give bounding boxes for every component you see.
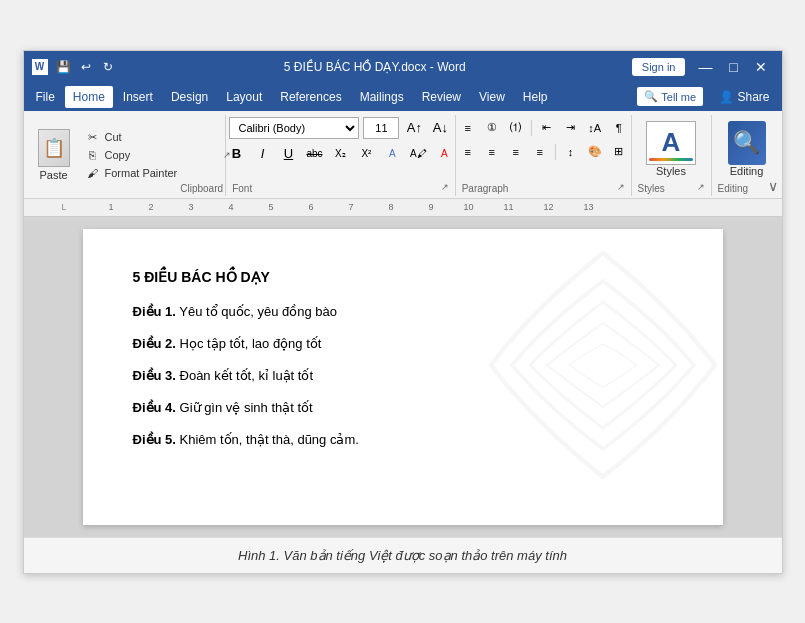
menu-layout[interactable]: Layout bbox=[218, 86, 270, 108]
figure-caption: Hình 1. Văn bản tiếng Việt được soạn thả… bbox=[24, 537, 782, 573]
align-center-button[interactable]: ≡ bbox=[481, 141, 503, 163]
line4-bold: Điều 4. bbox=[133, 400, 176, 415]
clipboard-group: 📋 Paste ✂ Cut ⎘ Copy 🖌 Format Painter bbox=[28, 115, 227, 196]
save-btn[interactable]: 💾 bbox=[54, 57, 74, 77]
text-effects-button[interactable]: A bbox=[381, 143, 403, 165]
menu-review[interactable]: Review bbox=[414, 86, 469, 108]
strikethrough-button[interactable]: abc bbox=[303, 143, 325, 165]
watermark bbox=[463, 229, 723, 505]
format-painter-icon: 🖌 bbox=[85, 166, 101, 180]
scissors-icon: ✂ bbox=[85, 130, 101, 144]
document-area: 5 ĐIỀU BÁC HỒ DẠY Điều 1. Yêu tổ quốc, y… bbox=[24, 217, 782, 537]
document-page[interactable]: 5 ĐIỀU BÁC HỒ DẠY Điều 1. Yêu tổ quốc, y… bbox=[83, 229, 723, 525]
numbering-button[interactable]: ① bbox=[481, 117, 503, 139]
underline-button[interactable]: U bbox=[277, 143, 299, 165]
redo-btn[interactable]: ↻ bbox=[98, 57, 118, 77]
word-icon: W bbox=[32, 59, 48, 75]
borders-button[interactable]: ⊞ bbox=[608, 141, 630, 163]
line3-bold: Điều 3. bbox=[133, 368, 176, 383]
line5-normal: Khiêm tốn, thật thà, dũng cảm. bbox=[180, 432, 359, 447]
line2-bold: Điều 2. bbox=[133, 336, 176, 351]
share-icon: 👤 bbox=[719, 90, 734, 104]
search-icon: 🔍 bbox=[644, 90, 658, 103]
paste-icon: 📋 bbox=[38, 129, 70, 167]
tell-me-box[interactable]: 🔍 Tell me bbox=[637, 87, 703, 106]
menu-bar: File Home Insert Design Layout Reference… bbox=[24, 83, 782, 111]
decrease-indent-button[interactable]: ⇤ bbox=[536, 117, 558, 139]
font-group: Calibri (Body) A↑ A↓ B I U abc X₂ X² A A… bbox=[226, 115, 455, 196]
line2-normal: Học tập tốt, lao động tốt bbox=[176, 336, 322, 351]
menu-bar-right: 🔍 Tell me 👤 Share bbox=[637, 86, 777, 108]
undo-btn[interactable]: ↩ bbox=[76, 57, 96, 77]
font-decrease-btn[interactable]: A↓ bbox=[429, 117, 451, 139]
menu-mailings[interactable]: Mailings bbox=[352, 86, 412, 108]
justify-button[interactable]: ≡ bbox=[529, 141, 551, 163]
copy-button[interactable]: ⎘ Copy bbox=[82, 147, 181, 163]
word-window: W 💾 ↩ ↻ 5 ĐIỀU BÁC HỒ DẠY.docx - Word Si… bbox=[23, 50, 783, 574]
paste-button[interactable]: 📋 Paste bbox=[30, 117, 78, 194]
copy-icon: ⎘ bbox=[85, 148, 101, 162]
paste-label: Paste bbox=[39, 169, 67, 181]
line4-normal: Giữ gìn vệ sinh thật tốt bbox=[176, 400, 313, 415]
styles-group: A Styles Styles ↗ bbox=[632, 115, 712, 196]
sort-button[interactable]: ↕A bbox=[584, 117, 606, 139]
menu-insert[interactable]: Insert bbox=[115, 86, 161, 108]
multilevel-button[interactable]: ⑴ bbox=[505, 117, 527, 139]
menu-help[interactable]: Help bbox=[515, 86, 556, 108]
font-name-select[interactable]: Calibri (Body) bbox=[229, 117, 359, 139]
styles-button[interactable]: A Styles bbox=[642, 117, 700, 181]
editing-button[interactable]: 🔍 Editing bbox=[720, 117, 774, 181]
clipboard-small-buttons: ✂ Cut ⎘ Copy 🖌 Format Painter bbox=[82, 117, 181, 194]
window-controls: — □ ✕ bbox=[693, 57, 773, 77]
menu-home[interactable]: Home bbox=[65, 86, 113, 108]
line1-normal: Yêu tổ quốc, yêu đồng bào bbox=[176, 304, 337, 319]
line5-bold: Điều 5. bbox=[133, 432, 180, 447]
line3-normal: Đoàn kết tốt, kỉ luật tốt bbox=[176, 368, 313, 383]
subscript-button[interactable]: X₂ bbox=[329, 143, 351, 165]
clipboard-header: Clipboard ↗ bbox=[180, 117, 231, 194]
quick-access: 💾 ↩ ↻ bbox=[54, 57, 118, 77]
format-painter-button[interactable]: 🖌 Format Painter bbox=[82, 165, 181, 181]
close-btn[interactable]: ✕ bbox=[749, 57, 773, 77]
line-spacing-button[interactable]: ↕ bbox=[560, 141, 582, 163]
font-expander[interactable]: ↗ bbox=[441, 182, 449, 192]
ruler-content: L 1 2 3 4 5 6 7 8 9 10 11 12 13 bbox=[54, 199, 752, 216]
font-color-button[interactable]: A bbox=[433, 143, 455, 165]
paragraph-group: ≡ ① ⑴ ⇤ ⇥ ↕A ¶ ≡ ≡ ≡ ≡ ↕ 🎨 ⊞ bbox=[456, 115, 632, 196]
italic-button[interactable]: I bbox=[251, 143, 273, 165]
paragraph-header: Paragraph ↗ bbox=[462, 181, 625, 194]
align-right-button[interactable]: ≡ bbox=[505, 141, 527, 163]
styles-expander[interactable]: ↗ bbox=[697, 182, 705, 192]
font-increase-btn[interactable]: A↑ bbox=[403, 117, 425, 139]
font-header: Font ↗ bbox=[232, 181, 448, 194]
ribbon-expand-btn[interactable]: ∨ bbox=[768, 178, 778, 194]
increase-indent-button[interactable]: ⇥ bbox=[560, 117, 582, 139]
menu-file[interactable]: File bbox=[28, 86, 63, 108]
title-bar-left: W 💾 ↩ ↻ bbox=[32, 57, 118, 77]
editing-icon: 🔍 bbox=[728, 121, 766, 165]
title-bar: W 💾 ↩ ↻ 5 ĐIỀU BÁC HỒ DẠY.docx - Word Si… bbox=[24, 51, 782, 83]
show-hide-button[interactable]: ¶ bbox=[608, 117, 630, 139]
line1-bold: Điều 1. bbox=[133, 304, 176, 319]
align-left-button[interactable]: ≡ bbox=[457, 141, 479, 163]
shading-button[interactable]: 🎨 bbox=[584, 141, 606, 163]
minimize-btn[interactable]: — bbox=[693, 57, 717, 77]
menu-references[interactable]: References bbox=[272, 86, 349, 108]
bullets-button[interactable]: ≡ bbox=[457, 117, 479, 139]
document-title: 5 ĐIỀU BÁC HỒ DẠY.docx - Word bbox=[284, 60, 466, 74]
cut-button[interactable]: ✂ Cut bbox=[82, 129, 181, 145]
superscript-button[interactable]: X² bbox=[355, 143, 377, 165]
paragraph-expander[interactable]: ↗ bbox=[617, 182, 625, 192]
styles-preview: A bbox=[646, 121, 696, 165]
menu-share[interactable]: 👤 Share bbox=[711, 86, 777, 108]
font-size-input[interactable] bbox=[363, 117, 399, 139]
bold-button[interactable]: B bbox=[225, 143, 247, 165]
maximize-btn[interactable]: □ bbox=[721, 57, 745, 77]
signin-button[interactable]: Sign in bbox=[632, 58, 686, 76]
ruler: L 1 2 3 4 5 6 7 8 9 10 11 12 13 bbox=[24, 199, 782, 217]
menu-design[interactable]: Design bbox=[163, 86, 216, 108]
ribbon: 📋 Paste ✂ Cut ⎘ Copy 🖌 Format Painter bbox=[24, 111, 782, 199]
menu-view[interactable]: View bbox=[471, 86, 513, 108]
text-highlight-button[interactable]: A🖍 bbox=[407, 143, 429, 165]
styles-header: Styles ↗ bbox=[638, 181, 705, 194]
